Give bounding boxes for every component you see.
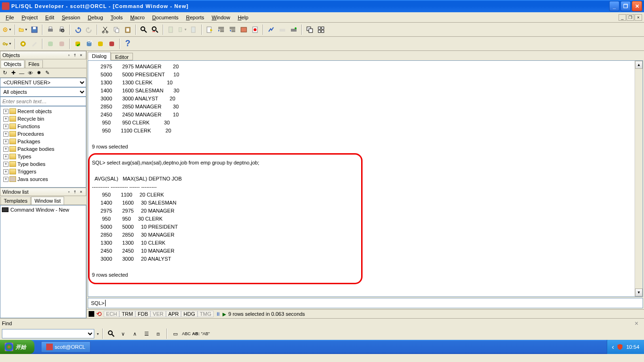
tree-item[interactable]: +Packages [1,138,85,145]
filter-icon[interactable]: ✸ [35,69,42,77]
tb-btn-h[interactable] [289,25,299,35]
expand-icon[interactable]: + [3,147,8,152]
panel-pin-icon[interactable]: ⫯ [72,52,78,58]
menu-edit[interactable]: Edit [41,14,58,21]
panel-auto-hide-icon[interactable]: ▫ [66,189,72,195]
mdi-close[interactable]: × [635,14,642,21]
pause-icon[interactable]: ⏸ [215,311,221,317]
menu-macro[interactable]: Macro [126,14,149,21]
paste-icon[interactable] [123,25,133,35]
sql-output[interactable]: 2975 2975 MANAGER 20 5000 5000 PRESIDENT… [88,60,643,297]
find-mark-icon[interactable]: ⧈ [153,329,164,339]
undo-icon[interactable] [73,25,83,35]
tb-btn-g[interactable] [277,25,288,35]
tb-btn-b[interactable]: ▼ [177,25,188,35]
find-down-icon[interactable]: ∨ [118,329,128,339]
tb-btn-a[interactable] [166,25,176,35]
tile-icon[interactable] [316,25,326,35]
mdi-restore[interactable]: ❐ [627,14,634,21]
panel-close-icon[interactable]: × [78,52,84,58]
winlist-item[interactable]: Command Window - New [1,206,85,213]
menu-window[interactable]: Window [208,14,234,21]
findbar-close-icon[interactable]: × [635,320,642,327]
tree-item[interactable]: +Types [1,153,85,160]
expand-icon[interactable]: + [3,109,8,114]
find-list-icon[interactable]: ☰ [141,329,152,339]
find-combo[interactable] [2,329,94,338]
brush-icon[interactable] [29,39,40,49]
tray-shield-icon[interactable] [617,344,623,350]
expand-icon[interactable]: + [3,169,8,174]
key-icon[interactable]: ▼ [2,39,12,49]
refresh-icon[interactable]: ↻ [1,69,8,77]
panel-auto-hide-icon[interactable]: ▫ [66,52,72,58]
find-opt1-icon[interactable]: ▭ [170,329,181,339]
add-icon[interactable]: ✚ [9,69,17,77]
gear-icon[interactable] [18,39,28,49]
taskbar-item[interactable]: scott@ORCL [41,341,91,353]
open-icon[interactable]: ▼ [18,25,28,35]
tb-btn-f[interactable] [266,25,276,35]
expand-icon[interactable]: + [3,154,8,159]
search-input[interactable] [0,97,86,106]
expand-icon[interactable]: + [3,139,8,144]
subtab-windowlist[interactable]: Window list [31,197,64,205]
objects-tree[interactable]: +Recent objects+Recycle bin+Functions+Pr… [0,106,86,188]
indent-icon[interactable] [216,25,226,35]
minimize-button[interactable]: _ [609,1,619,11]
tree-item[interactable]: +Recent objects [1,107,85,115]
find-opt-ab[interactable]: AB: [192,331,199,336]
menu-reports[interactable]: Reports [182,14,208,21]
rollback-icon[interactable]: SQL [84,39,94,49]
db-icon-4[interactable] [107,39,117,49]
status-flag-apr[interactable]: APR [166,311,182,317]
redo-icon[interactable] [84,25,94,35]
menu-file[interactable]: File [2,14,18,21]
tree-item[interactable]: +Type bodies [1,160,85,168]
tree-item[interactable]: +Java sources [1,175,85,183]
tree-item[interactable]: +Triggers [1,168,85,175]
tree-item[interactable]: +Recycle bin [1,115,85,123]
find-up-icon[interactable]: ∧ [130,329,140,339]
status-flag-fdb[interactable]: FDB [135,311,150,317]
start-button[interactable]: 开始 [0,340,34,354]
status-flag-ech[interactable]: ECH [104,311,119,317]
status-flag-trm[interactable]: TRM [119,311,135,317]
tree-item[interactable]: +Procedures [1,130,85,138]
print-icon[interactable] [45,25,56,35]
close-button[interactable]: ✕ [632,1,642,11]
status-flag-ver[interactable]: VER [150,311,166,317]
unindent-icon[interactable] [227,25,238,35]
save-icon[interactable] [29,25,40,35]
expand-icon[interactable]: + [3,162,8,167]
panel-close-icon[interactable]: × [78,189,84,195]
scrollbar[interactable]: ▲▼ [635,61,643,296]
find-opt-quoted[interactable]: "AB" [201,331,209,336]
tb-btn-c[interactable] [189,25,199,35]
subtab-objects[interactable]: Objects [0,60,25,68]
db-icon-1[interactable] [45,39,56,49]
cascade-icon[interactable] [305,25,315,35]
menu-documents[interactable]: Documents [149,14,182,21]
find-opt-abc[interactable]: ABC [182,331,191,336]
expand-icon[interactable]: + [3,177,8,182]
subtab-templates[interactable]: Templates [0,197,31,205]
find-next-icon[interactable] [150,25,160,35]
maximize-button[interactable]: ❐ [620,1,631,11]
subtab-files[interactable]: Files [25,60,42,68]
copy-icon[interactable] [111,25,122,35]
tree-item[interactable]: +Package bodies [1,145,85,153]
new-icon[interactable]: ▼ [2,25,12,35]
help-icon[interactable]: ? [123,39,133,49]
tab-dialog[interactable]: Dialog [88,52,111,60]
menu-project[interactable]: Project [18,14,41,21]
expand-icon[interactable]: + [3,116,8,122]
tab-editor[interactable]: Editor [111,53,133,60]
binoculars-icon[interactable]: 👁 [26,69,34,77]
tb-btn-d[interactable] [239,25,249,35]
find-icon[interactable] [139,25,149,35]
db-icon-3[interactable] [95,39,106,49]
remove-icon[interactable]: — [18,69,25,77]
tray-clock[interactable]: 10:54 [626,344,639,350]
status-flag-tmg[interactable]: TMG [198,311,214,317]
